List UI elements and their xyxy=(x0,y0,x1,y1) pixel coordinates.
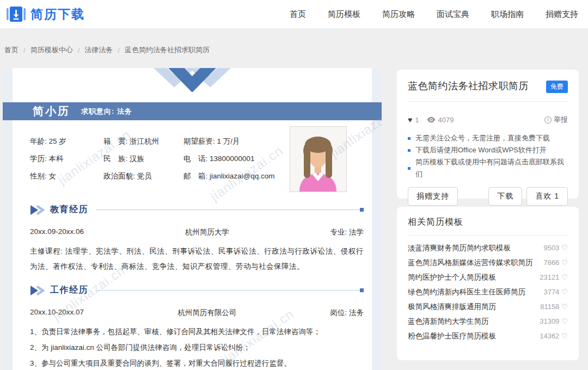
main-nav: 首页 简历模板 简历攻略 面试宝典 职场指南 捐赠支持 xyxy=(290,9,578,20)
related-template-link[interactable]: 蓝色简洁风格新媒体运营传媒求职简历 7866♡ xyxy=(408,255,568,270)
heart-outline-icon: ♡ xyxy=(561,244,568,252)
nav-item-donate[interactable]: 捐赠支持 xyxy=(546,9,578,20)
related-template-link[interactable]: 绿色简约清新内科医生主任医师简历 3774♡ xyxy=(408,285,568,299)
education-section: 教育经历 20xx.09-20xx.06 杭州简历大学 专业: 法学 主修课程:… xyxy=(30,204,364,274)
breadcrumb: 首页 / 简历模板中心 / 法律法务 / 蓝色简约法务社招求职简历 xyxy=(4,45,210,55)
education-period: 20xx.09-20xx.06 xyxy=(30,227,84,237)
like-button[interactable]: 喜欢 1 xyxy=(526,187,568,206)
breadcrumb-category-legal[interactable]: 法律法务 xyxy=(84,45,113,55)
resume-name-band: 简小历 求职意向: 法务 xyxy=(3,102,382,120)
related-like-count: 7866♡ xyxy=(543,258,568,267)
info-row: 学历: 本科 民 族: 汉族 电 话: 13800000001 xyxy=(30,155,286,163)
bullet-square-icon xyxy=(408,137,411,140)
template-detail-card: 蓝色简约法务社招求职简历 免费 ♥ 1 4079 i 举报 无需关注公众号，无需… xyxy=(397,70,579,199)
related-like-count: 31309♡ xyxy=(540,317,568,325)
chevron-decoration xyxy=(146,68,238,94)
section-end-square xyxy=(360,288,364,292)
info-phone: 电 话: 13800000001 xyxy=(183,155,286,163)
info-education: 学历: 本科 xyxy=(30,155,103,163)
related-template-title: 绿色简约清新内科医生主任医师简历 xyxy=(408,287,525,297)
info-row: 年龄: 25 岁 籍 贯: 浙江杭州 期望薪资: 1 万/月 xyxy=(30,138,286,145)
heart-outline-icon: ♡ xyxy=(561,303,568,311)
nav-item-career[interactable]: 职场指南 xyxy=(491,9,524,20)
education-major: 专业: 法学 xyxy=(330,227,364,237)
job-objective: 求职意向: 法务 xyxy=(81,107,132,116)
donate-button[interactable]: 捐赠支持 xyxy=(408,187,458,206)
info-row: 性别: 女 政治面貌: 党员 邮 箱: jianlixiazai@qq.com xyxy=(30,172,286,180)
download-logo-icon xyxy=(7,6,26,22)
related-list: 淡蓝清爽财务简历简约求职模板 9503♡ 蓝色简洁风格新媒体运营传媒求职简历 7… xyxy=(408,240,568,343)
template-title: 蓝色简约法务社招求职简历 xyxy=(408,79,529,92)
work-meta-row: 20xx.10-20xx.07 杭州简历有限公司 岗位: 法务 xyxy=(30,308,364,318)
info-circle-icon: i xyxy=(544,116,552,124)
nav-item-templates[interactable]: 简历模板 xyxy=(328,9,360,20)
free-badge: 免费 xyxy=(546,81,568,93)
heart-outline-icon: ♡ xyxy=(561,288,568,296)
breadcrumb-separator: / xyxy=(23,46,26,54)
nav-item-guides[interactable]: 简历攻略 xyxy=(382,9,415,20)
divider xyxy=(408,101,568,102)
breadcrumb-current: 蓝色简约法务社招求职简历 xyxy=(125,45,210,55)
related-template-title: 蓝色简洁风格新媒体运营传媒求职简历 xyxy=(408,258,533,268)
related-template-link[interactable]: 极简风格清爽排版通用简历 81158♡ xyxy=(408,299,568,314)
related-template-title: 淡蓝清爽财务简历简约求职模板 xyxy=(408,243,511,253)
breadcrumb-separator: / xyxy=(78,46,80,54)
top-navbar: 简历下载 首页 简历模板 简历攻略 面试宝典 职场指南 捐赠支持 xyxy=(0,0,588,28)
related-template-title: 简约医护护士个人简历模板 xyxy=(408,273,496,282)
heart-icon: ♥ xyxy=(408,115,412,124)
related-template-link[interactable]: 淡蓝清爽财务简历简约求职模板 9503♡ xyxy=(408,240,568,255)
heart-outline-icon: ♡ xyxy=(561,332,568,340)
section-title: 工作经历 xyxy=(50,285,88,296)
related-like-count: 81158♡ xyxy=(540,303,568,311)
related-like-count: 14362♡ xyxy=(540,332,568,340)
education-courses: 主修课程: 法理学、宪法学、刑法、民法、刑事诉讼法、民事诉讼法、行政法与行政诉讼… xyxy=(30,244,364,274)
tip-item: 下载后请使用Office Word或WPS软件打开 xyxy=(408,144,568,156)
related-template-link[interactable]: 蓝色清新简约大学生简历 31309♡ xyxy=(408,314,568,329)
education-school: 杭州简历大学 xyxy=(185,227,229,237)
like-count: 1 xyxy=(415,116,419,124)
info-gender: 性别: 女 xyxy=(30,172,103,180)
tip-item: 简历模板下载或使用中有问题请点击底部联系我们 xyxy=(408,156,568,180)
tip-text: 简历模板下载或使用中有问题请点击底部联系我们 xyxy=(415,156,568,180)
related-template-link[interactable]: 粉色温馨护士医疗简历模板 14362♡ xyxy=(408,329,568,343)
work-section: 工作经历 20xx.10-20xx.07 杭州简历有限公司 岗位: 法务 1、负… xyxy=(30,285,364,370)
bullet-square-icon xyxy=(408,149,411,152)
heart-outline-icon: ♡ xyxy=(561,317,568,325)
breadcrumb-home[interactable]: 首页 xyxy=(4,45,19,55)
personal-info-table: 年龄: 25 岁 籍 贯: 浙江杭州 期望薪资: 1 万/月 学历: 本科 民 … xyxy=(30,138,286,190)
work-company: 杭州简历有限公司 xyxy=(177,308,236,318)
breadcrumb-separator: / xyxy=(118,46,120,54)
section-divider-line xyxy=(96,290,360,291)
section-divider-line xyxy=(96,209,360,210)
tip-text: 无需关注公众号，无需注册，直接免费下载 xyxy=(415,132,550,144)
bullet-square-icon xyxy=(408,167,411,170)
site-logo[interactable]: 简历下载 xyxy=(7,6,85,23)
double-arrow-icon xyxy=(30,285,45,296)
resume-preview: jianlixiazai.cn jianlixiazai.cn jianlixi… xyxy=(3,68,382,370)
site-logo-text: 简历下载 xyxy=(30,6,85,23)
related-template-title: 极简风格清爽排版通用简历 xyxy=(408,302,496,312)
related-card-title: 相关简历模板 xyxy=(408,217,568,228)
candidate-name: 简小历 xyxy=(33,104,70,119)
download-button[interactable]: 下载 xyxy=(488,187,522,206)
nav-item-interview[interactable]: 面试宝典 xyxy=(437,9,469,20)
breadcrumb-template-center[interactable]: 简历模板中心 xyxy=(30,45,73,55)
related-like-count: 23121♡ xyxy=(540,273,568,281)
info-native-place: 籍 贯: 浙江杭州 xyxy=(103,138,183,145)
id-photo xyxy=(290,126,347,192)
work-period: 20xx.10-20xx.07 xyxy=(30,308,84,318)
action-buttons: 捐赠支持 下载 喜欢 1 xyxy=(408,187,568,206)
info-email: 邮 箱: jianlixiazai@qq.com xyxy=(183,172,286,180)
related-template-title: 粉色温馨护士医疗简历模板 xyxy=(408,331,496,341)
work-section-header: 工作经历 xyxy=(30,285,364,296)
tip-item: 无需关注公众号，无需注册，直接免费下载 xyxy=(408,132,568,144)
report-link[interactable]: i 举报 xyxy=(544,115,568,125)
divider xyxy=(408,235,568,236)
nav-item-home[interactable]: 首页 xyxy=(290,9,306,20)
section-title: 教育经历 xyxy=(50,204,88,215)
eye-icon xyxy=(427,116,436,123)
education-meta-row: 20xx.09-20xx.06 杭州简历大学 专业: 法学 xyxy=(30,227,364,237)
info-political-status: 政治面貌: 党员 xyxy=(103,172,183,180)
related-template-link[interactable]: 简约医护护士个人简历模板 23121♡ xyxy=(408,270,568,285)
stats-row: ♥ 1 4079 i 举报 xyxy=(408,115,568,125)
